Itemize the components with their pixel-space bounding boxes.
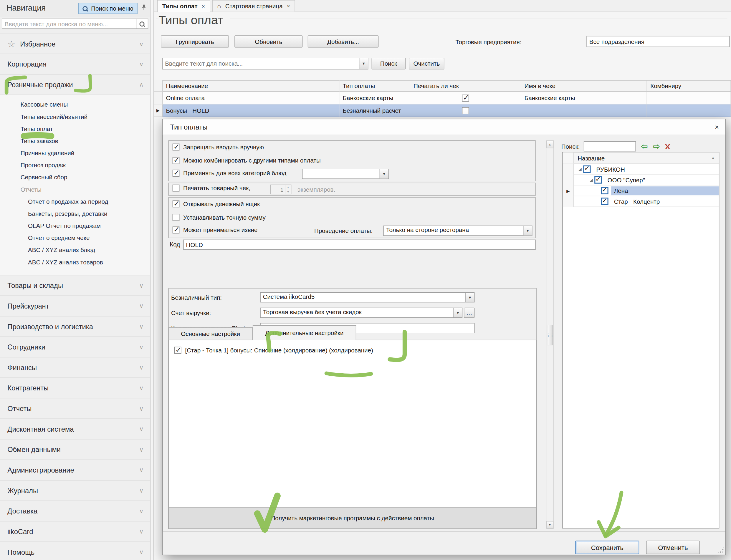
processing-dropdown[interactable]: Только на стороне ресторана ▼ <box>383 226 533 236</box>
sidebar-section-journals[interactable]: Журналы∨ <box>0 481 150 501</box>
chevron-down-icon[interactable]: ▼ <box>359 58 368 69</box>
option-exact-amount[interactable]: Устанавливать точную сумму <box>173 214 266 221</box>
tree-name-column-header[interactable]: Название ▲ <box>574 153 719 164</box>
sidebar-section-retail-sales[interactable]: Розничные продажи ∧ <box>0 74 150 95</box>
pin-icon[interactable] <box>141 4 146 12</box>
tree-checkbox[interactable] <box>594 176 602 183</box>
cancel-button[interactable]: Отменить <box>646 541 700 554</box>
sidebar-search-button[interactable] <box>137 19 148 29</box>
copies-input[interactable] <box>271 185 285 194</box>
group-button[interactable]: Группировать <box>161 35 229 47</box>
sidebar-section-discount-system[interactable]: Дисконтная система∨ <box>0 419 150 440</box>
sidebar-item-deletion-reasons[interactable]: Причины удалений <box>0 147 150 159</box>
spin-down-icon[interactable]: ▾ <box>285 189 291 194</box>
clear-search-icon[interactable]: X <box>665 143 670 150</box>
table-row[interactable]: Online оплата Банковские карты Банковски… <box>154 92 731 105</box>
tab-basic-settings[interactable]: Основные настройки <box>168 327 252 340</box>
checkbox[interactable] <box>173 144 180 151</box>
sidebar-section-favorites[interactable]: ☆ Избранное ∨ <box>0 34 150 54</box>
sidebar-section-price-list[interactable]: Прейскурант∨ <box>0 296 150 317</box>
sidebar-item-banquets-report[interactable]: Банкеты, резервы, доставки <box>0 208 150 220</box>
tab-additional-settings[interactable]: Дополнительные настройки <box>253 325 356 340</box>
sidebar-splitter[interactable] <box>150 0 154 560</box>
close-icon[interactable]: × <box>287 3 290 9</box>
sidebar-section-administration[interactable]: Администрирование∨ <box>0 460 150 481</box>
close-icon[interactable]: × <box>202 3 205 9</box>
tree-node-star-callcenter[interactable]: Стар - Колцентр <box>563 196 719 207</box>
option-open-cash-drawer[interactable]: Открывать денежный ящик <box>173 201 260 208</box>
option-print-goods-receipt[interactable]: Печатать товарный чек, <box>173 185 250 192</box>
copies-stepper[interactable]: ▴ ▾ <box>270 185 291 194</box>
sidebar-section-finances[interactable]: Финансы∨ <box>0 357 150 378</box>
clear-button[interactable]: Очистить <box>409 58 444 69</box>
resize-grip[interactable] <box>717 547 724 553</box>
print-check-checkbox[interactable] <box>462 107 469 114</box>
tree-search-input[interactable] <box>584 141 636 152</box>
checkbox[interactable] <box>173 170 180 177</box>
dialog-scrollbar[interactable]: ▲ ⋮⋮ ▼ <box>546 140 554 529</box>
sidebar-section-contractors[interactable]: Контрагенты∨ <box>0 378 150 399</box>
sidebar-section-production-logistics[interactable]: Производство и логистика∨ <box>0 317 150 337</box>
sidebar-item-abc-xyz-goods[interactable]: ABC / XYZ анализ товаров <box>0 256 150 269</box>
tree-checkbox[interactable] <box>583 165 591 173</box>
sidebar-section-reports[interactable]: Отчеты∨ <box>0 398 150 419</box>
checkbox[interactable] <box>173 157 180 164</box>
tree-node-lena[interactable]: ▶ Лена <box>563 185 719 196</box>
tree-node-rubikon[interactable]: ◢ РУБИКОН <box>563 164 719 175</box>
enterprises-input[interactable] <box>586 36 730 47</box>
column-header-payment-type[interactable]: Тип оплаты <box>339 80 410 92</box>
checkbox[interactable] <box>173 185 180 192</box>
sidebar-item-average-check-report[interactable]: Отчет о среднем чеке <box>0 232 150 244</box>
checkbox[interactable] <box>173 201 180 208</box>
sidebar-item-deposit-withdrawal-types[interactable]: Типы внесений/изъятий <box>0 111 150 123</box>
tree-node-ooo-super[interactable]: ◢ ООО "Супер" <box>563 175 719 185</box>
sidebar-item-abc-xyz-dishes[interactable]: ABC / XYZ анализ блюд <box>0 244 150 256</box>
sidebar-item-sales-forecast[interactable]: Прогноз продаж <box>0 159 150 171</box>
checkbox[interactable] <box>173 214 180 221</box>
sidebar-section-goods-stores[interactable]: Товары и склады∨ <box>0 275 150 296</box>
code-input[interactable] <box>183 240 536 250</box>
tab-payment-types[interactable]: Типы оплат × <box>157 0 210 12</box>
expander-icon[interactable]: ◢ <box>577 167 583 172</box>
option-all-categories[interactable]: Применять для всех категорий блюд <box>173 170 286 177</box>
sidebar-section-data-exchange[interactable]: Обмен данными∨ <box>0 440 150 460</box>
search-previous-icon[interactable]: ⇦ <box>641 141 648 152</box>
add-button[interactable]: Добавить... <box>308 35 379 47</box>
print-check-checkbox[interactable] <box>462 95 469 102</box>
tree-checkbox[interactable] <box>601 187 608 194</box>
search-button[interactable]: Поиск <box>372 58 406 69</box>
menu-search-button[interactable]: Поиск по меню <box>79 3 137 14</box>
table-row-selected[interactable]: ▶ Бонусы - HOLD Безналичный расчет <box>154 105 731 117</box>
revenue-account-dropdown[interactable]: Торговая выручка без учета скидок ▼ <box>260 308 463 318</box>
column-header-print-check[interactable]: Печатать ли чек <box>410 80 521 92</box>
option-forbid-manual[interactable]: Запрещать вводить вручную <box>173 144 264 151</box>
sidebar-item-payment-types[interactable]: Типы оплат <box>0 123 150 135</box>
refresh-button[interactable]: Обновить <box>234 35 302 47</box>
column-header-name[interactable]: Наименование <box>163 80 339 92</box>
dialog-titlebar[interactable]: Тип оплаты × <box>163 119 725 135</box>
sidebar-item-order-types[interactable]: Типы заказов <box>0 135 150 147</box>
sidebar-item-cash-shifts[interactable]: Кассовые смены <box>0 99 150 111</box>
dish-category-dropdown[interactable]: ▼ <box>302 169 389 179</box>
save-button[interactable]: Сохранить <box>575 541 639 554</box>
search-next-icon[interactable]: ⇨ <box>653 141 660 152</box>
scroll-down-button[interactable]: ▼ <box>546 521 553 528</box>
expander-icon[interactable]: ◢ <box>588 178 594 182</box>
cashless-type-dropdown[interactable]: Система iikoCard5 ▼ <box>260 292 475 302</box>
column-header-receipt-name[interactable]: Имя в чеке <box>521 80 647 92</box>
scroll-up-button[interactable]: ▲ <box>546 141 553 148</box>
tree-checkbox[interactable] <box>601 198 608 205</box>
sidebar-section-corporation[interactable]: Корпорация ∨ <box>0 54 150 75</box>
sidebar-section-iikocard[interactable]: iikoCard∨ <box>0 521 150 542</box>
checkbox[interactable] <box>174 347 181 354</box>
option-external-accept[interactable]: Может приниматься извне <box>173 226 258 233</box>
sidebar-item-olap-report[interactable]: OLAP Отчет по продажам <box>0 220 150 232</box>
sidebar-section-delivery[interactable]: Доставка∨ <box>0 501 150 522</box>
sidebar-section-employees[interactable]: Сотрудники∨ <box>0 337 150 357</box>
sidebar-item-sales-period-report[interactable]: Отчет о продажах за период <box>0 196 150 208</box>
sidebar-search-input[interactable] <box>2 19 137 29</box>
get-marketing-programs-button[interactable]: Получить маркетинговые программы с дейст… <box>169 507 536 528</box>
revenue-account-browse-button[interactable]: … <box>464 308 475 318</box>
table-search-input[interactable] <box>163 58 359 69</box>
tab-start-page[interactable]: ⌂ Стартовая страница × <box>212 0 295 12</box>
